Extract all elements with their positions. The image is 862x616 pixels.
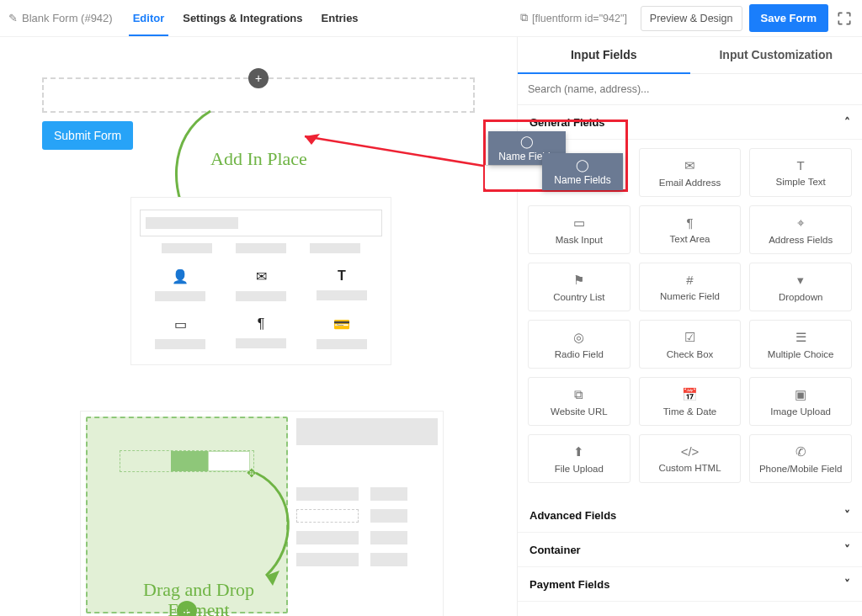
- hint-add-in-place: Add In Place: [210, 148, 307, 170]
- field-label: Radio Field: [555, 349, 604, 359]
- field-label: Image Upload: [770, 406, 831, 417]
- person-icon: ◯: [576, 158, 589, 172]
- hash-icon: #: [686, 273, 693, 287]
- field-phone-mobile-field[interactable]: ✆Phone/Mobile Field: [749, 434, 852, 483]
- field-mask-input[interactable]: ▭Mask Input: [528, 205, 631, 254]
- tab-input-fields[interactable]: Input Fields: [518, 37, 690, 74]
- section-title: Payment Fields: [529, 578, 609, 591]
- list-icon: ☰: [795, 330, 806, 345]
- tab-entries[interactable]: Entries: [320, 1, 360, 35]
- field-label: Dropdown: [779, 292, 822, 302]
- link-icon: ⧉: [574, 387, 583, 402]
- img-icon: ▣: [795, 387, 806, 402]
- drag-ghost-bg: [485, 165, 542, 189]
- field-address-fields[interactable]: ⌖Address Fields: [749, 205, 852, 254]
- field-label: Check Box: [667, 349, 714, 359]
- radio-icon: ◎: [573, 330, 584, 345]
- mask-icon: ▭: [573, 215, 585, 231]
- check-icon: ☑: [684, 330, 695, 345]
- chevron-down-icon: ˅: [844, 577, 850, 591]
- fullscreen-icon[interactable]: [835, 9, 854, 28]
- move-handle-icon: ✥: [247, 466, 262, 481]
- field-file-upload[interactable]: ⬆File Upload: [528, 434, 631, 483]
- drop-icon: ▾: [797, 273, 804, 288]
- field-label: Address Fields: [769, 235, 833, 245]
- text-icon: T: [797, 158, 805, 173]
- field-search[interactable]: [518, 74, 862, 105]
- header-tabs: Editor Settings & Integrations Entries: [131, 1, 513, 35]
- section-payment-fields[interactable]: Payment Fields ˅: [518, 567, 862, 602]
- field-custom-html[interactable]: </>Custom HTML: [639, 434, 742, 483]
- text-icon: T: [338, 268, 346, 284]
- field-check-box[interactable]: ☑Check Box: [639, 320, 742, 369]
- tab-input-customization[interactable]: Input Customization: [690, 37, 863, 74]
- field-label: Simple Text: [776, 177, 826, 187]
- flag-icon: ⚑: [573, 273, 584, 288]
- field-label: Country List: [553, 292, 604, 302]
- section-title: Advanced Fields: [529, 509, 616, 522]
- field-image-upload[interactable]: ▣Image Upload: [749, 377, 852, 426]
- hint-drag-drop: Drag and Drop Element: [143, 580, 254, 616]
- tab-editor[interactable]: Editor: [131, 1, 167, 35]
- pencil-icon: ✎: [8, 12, 18, 24]
- section-advanced-fields[interactable]: Advanced Fields ˅: [518, 498, 862, 533]
- field-email-address[interactable]: ✉Email Address: [639, 148, 742, 197]
- right-tools: ⧉ [fluentform id="942"] Preview & Design…: [513, 4, 854, 32]
- field-numeric-field[interactable]: #Numeric Field: [639, 263, 742, 311]
- save-form-button[interactable]: Save Form: [749, 4, 828, 32]
- dropzone[interactable]: +: [42, 77, 475, 113]
- field-label: Time & Date: [663, 406, 716, 417]
- search-input[interactable]: [518, 74, 862, 105]
- chevron-down-icon: ˅: [844, 543, 850, 556]
- svg-line-0: [305, 136, 488, 167]
- field-label: Email Address: [659, 178, 721, 188]
- dragging-field[interactable]: ◯ Name Fields: [542, 153, 623, 190]
- field-dropdown[interactable]: ▾Dropdown: [749, 263, 852, 311]
- field-time-date[interactable]: 📅Time & Date: [639, 377, 742, 426]
- up-icon: ⬆: [573, 444, 584, 459]
- form-title[interactable]: ✎ Blank Form (#942): [8, 12, 113, 24]
- field-label: Phone/Mobile Field: [759, 464, 842, 474]
- field-radio-field[interactable]: ◎Radio Field: [528, 320, 631, 369]
- submit-form-button[interactable]: Submit Form: [42, 121, 133, 150]
- annotation-arrow: [296, 131, 492, 170]
- cal-icon: 📅: [682, 387, 698, 402]
- add-in-place-button[interactable]: +: [248, 68, 269, 88]
- paragraph-icon: ¶: [258, 316, 265, 332]
- chevron-up-icon: ˄: [844, 115, 850, 129]
- field-multiple-choice[interactable]: ☰Multiple Choice: [749, 320, 852, 369]
- person-icon: 👤: [172, 268, 189, 284]
- illustration-drag-drop: ✥ +: [80, 411, 444, 616]
- field-label: Multiple Choice: [768, 349, 834, 359]
- preview-design-button[interactable]: Preview & Design: [641, 6, 742, 31]
- field-country-list[interactable]: ⚑Country List: [528, 263, 631, 311]
- person-icon: ◯: [520, 135, 534, 148]
- field-label: Mask Input: [556, 235, 603, 245]
- copy-icon: ⧉: [520, 12, 528, 24]
- illustration-form-preview: 👤 ✉ T ▭ ¶ 💳: [130, 197, 391, 365]
- tab-settings[interactable]: Settings & Integrations: [181, 1, 304, 35]
- section-container[interactable]: Container ˅: [518, 533, 862, 567]
- field-label: Custom HTML: [658, 463, 721, 473]
- field-label: Text Area: [670, 234, 710, 244]
- field-label: Numeric Field: [660, 291, 720, 301]
- phone-icon: ✆: [795, 444, 806, 459]
- mail-icon: ✉: [256, 268, 267, 284]
- form-title-text: Blank Form (#942): [22, 12, 113, 24]
- form-canvas: + Submit Form Add In Place 👤 ✉ T ▭ ¶ 💳: [0, 37, 517, 616]
- para-icon: ¶: [686, 215, 693, 230]
- shortcode-box[interactable]: ⧉ [fluentform id="942"]: [513, 8, 634, 29]
- field-simple-text[interactable]: TSimple Text: [749, 148, 852, 197]
- mail-icon: ✉: [684, 158, 695, 173]
- field-website-url[interactable]: ⧉Website URL: [528, 377, 631, 426]
- general-fields-grid: ⊙Name Fields✉Email AddressTSimple Text▭M…: [518, 140, 862, 498]
- pin-icon: ⌖: [797, 215, 804, 231]
- shortcode-text: [fluentform id="942"]: [532, 13, 627, 24]
- field-label: Website URL: [551, 406, 608, 417]
- card-icon: ▭: [174, 316, 187, 332]
- section-title: Container: [529, 544, 581, 556]
- chevron-down-icon: ˅: [844, 508, 850, 522]
- field-text-area[interactable]: ¶Text Area: [639, 205, 742, 254]
- code-icon: </>: [681, 444, 700, 459]
- drag-tile-label: Name Fields: [554, 174, 610, 186]
